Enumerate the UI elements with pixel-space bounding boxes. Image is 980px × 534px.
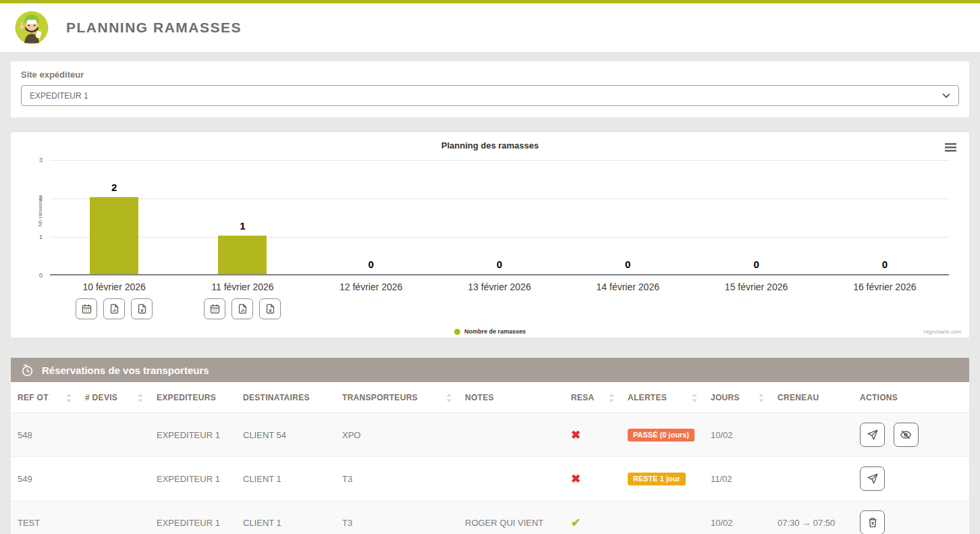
chart-bar-column: 0 [692,160,820,274]
cell-jours: 10/02 [704,413,771,457]
table-row: 548 EXPEDITEUR 1 CLIENT 54 XPO ✖ PASSÉ (… [11,413,969,457]
x-axis-label: 10 février 2026 [50,282,178,292]
x-axis-labels: 10 février 2026 11 février 2026 12 févri… [50,282,949,292]
highcharts-credits[interactable]: Highcharts.com [923,329,961,335]
reservations-table: REF OT # DEVIS EXPEDITEURS DESTINATAIRES… [11,382,969,534]
cell-jours: 10/02 [704,501,771,534]
sort-icon[interactable] [66,394,72,402]
chart-bar-column: 1 [178,160,306,274]
bar-value-label: 0 [882,259,888,270]
cell-devis [78,501,150,534]
chart-legend[interactable]: Nombre de ramasses [20,328,960,335]
bar-value-label: 1 [240,220,245,232]
export-buttons-empty [564,298,692,319]
cell-notes [458,413,564,457]
sort-icon[interactable] [609,394,614,402]
chart-bar-column: 2 [50,160,178,274]
cell-ref-ot: 549 [11,457,78,501]
y-axis-tick: 1 [39,234,43,240]
bar-value-label: 2 [111,182,117,193]
delete-reservation-button[interactable] [860,510,885,534]
table-row: 549 EXPEDITEUR 1 CLIENT 1 T3 ✖ RESTE 1 j… [11,457,969,501]
sort-icon[interactable] [759,394,764,402]
x-axis-label: 11 février 2026 [178,282,306,292]
export-pdf-button[interactable] [103,298,125,319]
column-header-alertes[interactable]: ALERTES [621,382,704,413]
column-header-expediteurs[interactable]: EXPEDITEURS [150,382,236,413]
chevron-down-icon [942,93,950,99]
chart-export-menu-button[interactable] [943,140,958,157]
send-reservation-button[interactable] [860,466,885,491]
y-axis-title: Nb ramasses [37,194,43,226]
bar-value-label: 0 [753,259,759,270]
column-header-notes[interactable]: NOTES [458,382,564,413]
x-axis-label: 12 février 2026 [307,282,435,292]
bar-value-label: 0 [497,259,502,270]
export-excel-button[interactable] [131,298,153,319]
chart-bar-column: 0 [435,160,564,274]
bar[interactable] [90,197,138,274]
cell-jours: 11/02 [704,457,771,501]
resa-status-icon: ✖ [571,473,580,485]
excel-file-icon [265,303,276,315]
column-header-destinataires[interactable]: DESTINATAIRES [236,382,335,413]
cell-transporteur: T3 [335,501,458,534]
column-header-devis[interactable]: # DEVIS [78,382,150,413]
export-calendar-button[interactable] [204,298,225,319]
column-header-transporteurs[interactable]: TRANSPORTEURS [335,382,458,413]
paper-plane-icon [867,429,879,441]
cell-destinataire: CLIENT 1 [236,457,335,501]
pdf-file-icon [109,303,120,315]
column-header-jours[interactable]: JOURS [704,382,771,413]
export-calendar-button[interactable] [76,298,97,319]
send-reservation-button[interactable] [860,423,885,447]
site-expediteur-label: Site expéditeur [21,70,959,80]
sort-icon[interactable] [138,394,143,402]
cell-alertes: RESTE 1 jour [621,457,704,501]
chart-bar-column: 0 [564,160,692,274]
column-header-resa[interactable]: RESA [564,382,621,413]
clock-history-icon [21,364,34,377]
cell-expediteur: EXPEDITEUR 1 [150,413,236,457]
column-header-creneau[interactable]: CRENEAU [771,382,853,413]
x-axis-label: 15 février 2026 [692,282,820,292]
cell-actions [853,457,969,501]
reservations-panel-header: Réservations de vos transporteurs [11,358,969,382]
x-axis-label: 16 février 2026 [821,282,949,292]
bar[interactable] [218,236,267,274]
chart-plot-area: 3 2 1 0 Nb ramasses 2 1 0 0 0 [50,160,949,275]
cell-alertes: PASSÉ (0 jours) [621,413,704,457]
page-title: PLANNING RAMASSES [66,20,242,36]
trash-x-icon [867,516,879,529]
cell-actions [853,501,969,534]
export-buttons-group [178,298,306,319]
excel-file-icon [136,303,148,315]
y-axis-tick: 3 [39,157,43,163]
cell-destinataire: CLIENT 1 [236,501,335,534]
bar-value-label: 0 [369,259,374,270]
sort-icon[interactable] [446,394,452,402]
chart-bar-column: 0 [821,160,949,274]
x-axis-label: 14 février 2026 [564,282,692,292]
cell-destinataire: CLIENT 54 [236,413,335,457]
cell-alertes [621,501,704,534]
export-excel-button[interactable] [259,298,281,319]
export-pdf-button[interactable] [232,298,253,319]
cell-notes [458,457,564,501]
cell-ref-ot: TEST [11,501,78,534]
export-buttons-empty [821,298,949,319]
app-header: PLANNING RAMASSES [0,3,980,52]
hide-reservation-button[interactable] [894,423,919,447]
hamburger-menu-icon [945,143,956,152]
pdf-file-icon [237,303,248,315]
export-buttons-empty [307,298,435,319]
sort-icon[interactable] [692,394,697,402]
alert-badge: RESTE 1 jour [628,473,686,485]
resa-status-icon: ✖ [571,429,580,442]
column-header-ref-ot[interactable]: REF OT [11,382,78,413]
site-expediteur-select[interactable]: EXPEDITEUR 1 [21,85,959,106]
cell-devis [78,413,150,457]
cell-resa: ✖ [564,413,621,457]
cell-transporteur: T3 [335,457,458,501]
legend-label: Nombre de ramasses [464,328,526,335]
